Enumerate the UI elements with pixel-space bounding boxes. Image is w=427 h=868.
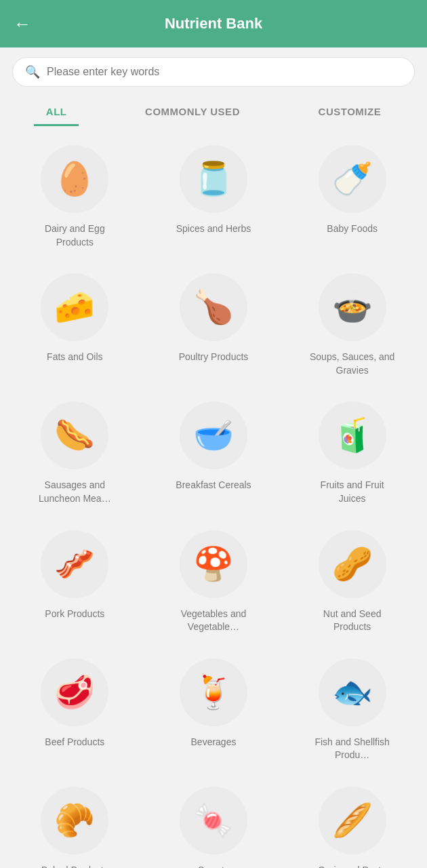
- category-item-fish[interactable]: 🐟 Fish and Shellfish Produ…: [283, 646, 422, 774]
- category-item-beef[interactable]: 🥩 Beef Products: [5, 646, 144, 774]
- category-label-fats-oils: Fats and Oils: [47, 351, 102, 364]
- category-icon-sweets: 🍬: [180, 787, 247, 854]
- category-label-beef: Beef Products: [45, 736, 104, 749]
- category-label-baked: Baked Products: [41, 864, 108, 868]
- header: ← Nutrient Bank: [0, 0, 427, 47]
- category-icon-fruits: 🧃: [319, 401, 386, 469]
- category-icon-nut-seed: 🥜: [319, 530, 386, 598]
- category-grid: 🥚 Dairy and Egg Products 🫙 Spices and He…: [0, 126, 427, 868]
- tab-customize[interactable]: CUSTOMIZE: [306, 100, 394, 126]
- category-icon-spices-herbs: 🫙: [180, 145, 247, 213]
- category-icon-dairy-egg: 🥚: [41, 145, 108, 213]
- category-label-sausages: Sausages and Luncheon Mea…: [30, 479, 119, 505]
- category-label-breakfast: Breakfast Cereals: [176, 479, 251, 492]
- category-icon-soups: 🍲: [319, 273, 386, 341]
- category-item-beverages[interactable]: 🍹 Beverages: [144, 646, 283, 774]
- category-item-baked[interactable]: 🥐 Baked Products: [5, 774, 144, 868]
- category-label-pork: Pork Products: [45, 608, 104, 621]
- category-icon-breakfast: 🥣: [180, 401, 247, 469]
- category-label-soups: Soups, Sauces, and Gravies: [308, 351, 396, 377]
- category-item-soups[interactable]: 🍲 Soups, Sauces, and Gravies: [283, 261, 422, 389]
- category-item-fats-oils[interactable]: 🧀 Fats and Oils: [5, 261, 144, 389]
- category-label-fish: Fish and Shellfish Produ…: [308, 736, 396, 762]
- category-item-pork[interactable]: 🥓 Pork Products: [5, 518, 144, 646]
- category-item-sweets[interactable]: 🍬 Sweets: [144, 774, 283, 868]
- category-label-nut-seed: Nut and Seed Products: [308, 608, 396, 634]
- category-item-vegetables[interactable]: 🍄 Vegetables and Vegetable…: [144, 518, 283, 646]
- category-icon-baked: 🥐: [41, 787, 108, 854]
- category-label-vegetables: Vegetables and Vegetable…: [169, 608, 258, 634]
- category-icon-fats-oils: 🧀: [41, 273, 108, 341]
- category-item-dairy-egg[interactable]: 🥚 Dairy and Egg Products: [5, 133, 144, 261]
- category-item-nut-seed[interactable]: 🥜 Nut and Seed Products: [283, 518, 422, 646]
- category-item-breakfast[interactable]: 🥣 Breakfast Cereals: [144, 389, 283, 517]
- category-icon-baby-foods: 🍼: [319, 145, 386, 213]
- category-icon-fish: 🐟: [319, 658, 386, 726]
- category-icon-sausages: 🌭: [41, 401, 108, 469]
- category-item-poultry[interactable]: 🍗 Poultry Products: [144, 261, 283, 389]
- tab-bar: ALL COMMONLY USED CUSTOMIZE: [7, 96, 420, 126]
- category-item-baby-foods[interactable]: 🍼 Baby Foods: [283, 133, 422, 261]
- tab-all[interactable]: ALL: [34, 100, 79, 126]
- category-label-fruits: Fruits and Fruit Juices: [308, 479, 396, 505]
- category-item-fruits[interactable]: 🧃 Fruits and Fruit Juices: [283, 389, 422, 517]
- category-item-bread[interactable]: 🥖 Grain and Pasta: [283, 774, 422, 868]
- category-item-spices-herbs[interactable]: 🫙 Spices and Herbs: [144, 133, 283, 261]
- tab-commonly-used[interactable]: COMMONLY USED: [133, 100, 252, 126]
- category-icon-bread: 🥖: [319, 787, 386, 854]
- page-title: Nutrient Bank: [42, 15, 385, 33]
- back-button[interactable]: ←: [14, 14, 31, 35]
- search-bar: 🔍: [12, 57, 415, 87]
- category-label-baby-foods: Baby Foods: [327, 222, 378, 236]
- category-label-beverages: Beverages: [191, 736, 237, 749]
- category-icon-vegetables: 🍄: [180, 530, 247, 598]
- category-label-sweets: Sweets: [198, 864, 229, 868]
- category-icon-poultry: 🍗: [180, 273, 247, 341]
- search-icon: 🔍: [25, 64, 40, 79]
- category-label-spices-herbs: Spices and Herbs: [176, 222, 251, 236]
- category-icon-beverages: 🍹: [180, 658, 247, 726]
- category-label-bread: Grain and Pasta: [318, 864, 386, 868]
- category-icon-pork: 🥓: [41, 530, 108, 598]
- category-item-sausages[interactable]: 🌭 Sausages and Luncheon Mea…: [5, 389, 144, 517]
- category-label-dairy-egg: Dairy and Egg Products: [30, 222, 119, 249]
- category-icon-beef: 🥩: [41, 658, 108, 726]
- search-input[interactable]: [47, 66, 402, 78]
- category-label-poultry: Poultry Products: [179, 351, 249, 364]
